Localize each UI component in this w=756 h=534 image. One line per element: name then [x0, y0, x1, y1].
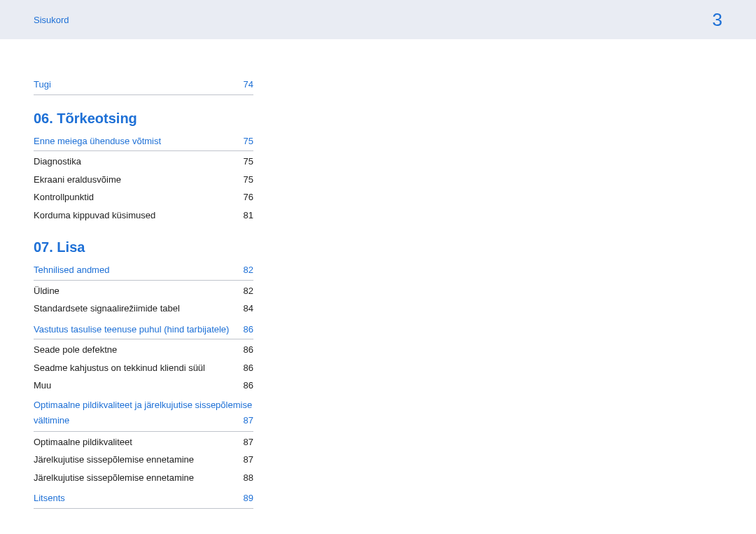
toc-item[interactable]: Ekraani eraldusvõime 75 [34, 171, 253, 189]
page-header: Sisukord 3 [0, 0, 756, 39]
toc-label: Vastutus tasulise teenuse puhul (hind ta… [34, 323, 239, 337]
toc-label: Seade pole defektne [34, 343, 239, 357]
toc-page: 86 [239, 361, 253, 375]
page-number: 3 [713, 9, 722, 31]
toc-label: Ekraani eraldusvõime [34, 173, 239, 187]
toc-subheading[interactable]: Vastutus tasulise teenuse puhul (hind ta… [34, 321, 253, 340]
toc-label: Tugi [34, 78, 239, 92]
toc-item[interactable]: Diagnostika 75 [34, 153, 253, 171]
toc-label: Tehnilised andmed [34, 263, 239, 277]
toc-subheading[interactable]: Enne meiega ühenduse võtmist 75 [34, 132, 253, 152]
toc-page: 81 [239, 209, 253, 223]
toc-page: 87 [239, 453, 253, 467]
toc-page: 82 [239, 263, 253, 277]
toc-page: 86 [239, 343, 253, 357]
breadcrumb[interactable]: Sisukord [34, 15, 69, 25]
toc-label: Standardsete signaalirežiimide tabel [34, 302, 239, 316]
toc-label-line2: vältimine [34, 413, 69, 428]
toc-page: 75 [239, 134, 253, 148]
toc-item[interactable]: Seadme kahjustus on tekkinud kliendi süü… [34, 359, 253, 377]
toc-label-line1: Optimaalne pildikvaliteet ja järelkujuti… [34, 398, 253, 413]
toc-label: Kontrollpunktid [34, 190, 239, 204]
toc-label: Seadme kahjustus on tekkinud kliendi süü… [34, 361, 239, 375]
toc-label: Korduma kippuvad küsimused [34, 209, 239, 223]
toc-section-heading[interactable]: 07. Lisa [34, 239, 253, 255]
toc-label: Järelkujutise sissepõlemise ennetamine [34, 471, 239, 485]
toc-page: 76 [239, 190, 253, 204]
toc-label: Järelkujutise sissepõlemise ennetamine [34, 453, 239, 467]
toc-page: 89 [239, 491, 253, 505]
toc-label: Üldine [34, 284, 239, 298]
toc-page: 82 [239, 284, 253, 298]
toc-subheading[interactable]: Litsents 89 [34, 489, 253, 509]
toc-label: Litsents [34, 491, 239, 505]
toc-page: 87 [239, 435, 253, 449]
toc-label: Enne meiega ühenduse võtmist [34, 134, 239, 148]
toc-page: 86 [239, 379, 253, 393]
toc-page: 86 [239, 323, 253, 337]
toc-page: 84 [239, 302, 253, 316]
toc-label: Optimaalne pildikvaliteet [34, 435, 239, 449]
toc-page: 75 [239, 173, 253, 187]
toc-item[interactable]: Järelkujutise sissepõlemise ennetamine 8… [34, 451, 253, 469]
toc-item[interactable]: Korduma kippuvad küsimused 81 [34, 206, 253, 225]
toc-item[interactable]: Muu 86 [34, 377, 253, 395]
toc-subheading[interactable]: Tugi 74 [34, 76, 253, 95]
toc-page: 75 [239, 155, 253, 169]
toc-subheading[interactable]: Tehnilised andmed 82 [34, 261, 253, 281]
toc-content: Tugi 74 06. Tõrkeotsing Enne meiega ühen… [0, 39, 287, 509]
toc-item[interactable]: Standardsete signaalirežiimide tabel 84 [34, 300, 253, 318]
toc-label: Diagnostika [34, 155, 239, 169]
toc-subheading[interactable]: Optimaalne pildikvaliteet ja järelkujuti… [34, 398, 253, 432]
toc-section-heading[interactable]: 06. Tõrkeotsing [34, 111, 253, 127]
toc-page: 74 [239, 78, 253, 92]
toc-item[interactable]: Optimaalne pildikvaliteet 87 [34, 433, 253, 451]
toc-page: 88 [239, 471, 253, 485]
toc-item[interactable]: Üldine 82 [34, 282, 253, 300]
toc-page: 87 [244, 413, 253, 428]
toc-label: Muu [34, 379, 239, 393]
toc-item[interactable]: Seade pole defektne 86 [34, 341, 253, 359]
toc-item[interactable]: Kontrollpunktid 76 [34, 188, 253, 206]
toc-item[interactable]: Järelkujutise sissepõlemise ennetamine 8… [34, 469, 253, 487]
